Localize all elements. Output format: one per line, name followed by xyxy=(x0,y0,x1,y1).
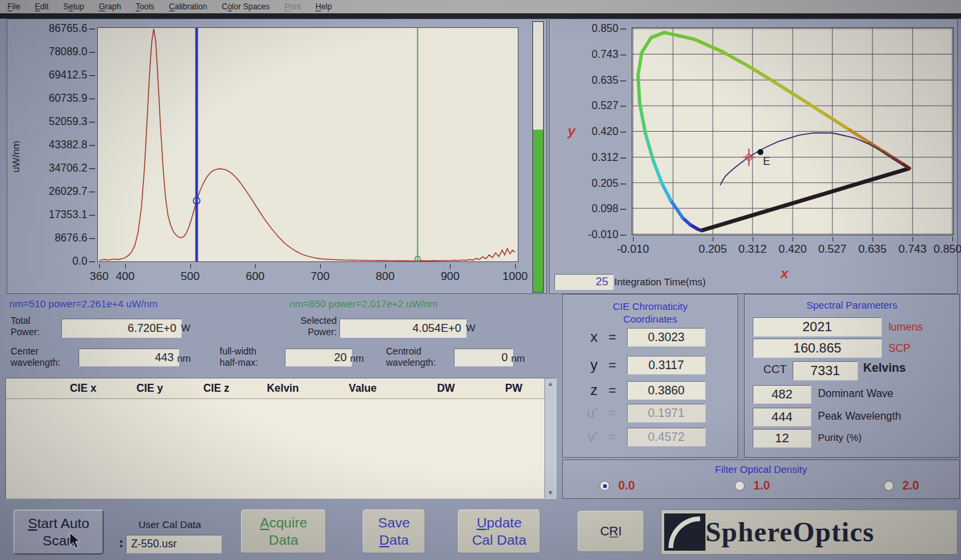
spinner-arrows-icon[interactable]: ▲▼ xyxy=(116,535,126,553)
spectrum-x-tick: 500 xyxy=(181,270,200,283)
filter-od-option-2.0[interactable]: 2.0 xyxy=(884,479,919,493)
spectrum-chart[interactable] xyxy=(97,27,518,262)
centroid-wavelength-label: Centroid wavelength: xyxy=(386,346,436,368)
centroid-wavelength-value: 0 xyxy=(454,349,513,366)
cie-x-tickmark xyxy=(793,237,793,241)
coord-value: 0.3860 xyxy=(627,381,705,400)
cie-coordinates-title: CIE Chromaticity Coordinates xyxy=(563,300,737,325)
radio-icon[interactable] xyxy=(735,481,745,491)
save-data-button[interactable]: Save Data xyxy=(363,509,425,553)
purity-label: Purity (%) xyxy=(818,432,862,443)
menu-graph[interactable]: Graph xyxy=(91,2,128,11)
spectrum-x-tickmark xyxy=(190,264,191,269)
user-cal-data-label: User Cal Data xyxy=(130,519,210,530)
menu-edit[interactable]: Edit xyxy=(27,2,56,11)
menu-print[interactable]: Print xyxy=(277,2,308,11)
menu-tools[interactable]: Tools xyxy=(128,2,162,11)
dominant-wave-value: 482 xyxy=(753,385,811,404)
table-header-dw: DW xyxy=(409,382,482,394)
table-header-kelvin: Kelvin xyxy=(250,382,316,394)
total-power-value: 6.720E+0 xyxy=(61,319,182,338)
cie-panel: y x 0.8500.7430.6350.5270.4200.3120.2050… xyxy=(549,19,958,294)
cursor-readout-blue: nm=510 power=2.261e+4 uW/nm xyxy=(9,298,158,309)
cct-unit: Kelvins xyxy=(863,362,906,374)
filter-od-panel: Filter Optical Density 0.01.02.0 xyxy=(562,460,960,499)
radio-icon[interactable] xyxy=(600,481,610,491)
spectral-parameters-title: Spectral Parameters xyxy=(745,299,959,311)
fwhm-unit: nm xyxy=(350,352,364,364)
lumens-label: lumens xyxy=(888,321,923,333)
menu-help[interactable]: Help xyxy=(308,2,339,11)
radio-icon[interactable] xyxy=(884,481,894,491)
coord-value: 0.4572 xyxy=(627,428,705,446)
acquire-data-button[interactable]: Acquire Data xyxy=(241,509,326,553)
centroid-wavelength-unit: nm xyxy=(511,352,525,364)
scroll-up-icon[interactable]: ▲ xyxy=(545,378,556,389)
center-wavelength-unit: nm xyxy=(177,352,191,364)
cie-chart[interactable]: E xyxy=(632,27,954,235)
peak-wavelength-label: Peak Wavelength xyxy=(818,410,901,422)
table-scrollbar[interactable]: ▲ ▼ xyxy=(544,378,556,498)
filter-od-option-0.0[interactable]: 0.0 xyxy=(600,479,635,493)
coord-value: 0.3023 xyxy=(627,328,705,347)
spectrum-x-tickmark xyxy=(125,264,126,269)
spectrum-x-tick: 1000 xyxy=(502,270,528,283)
spectrum-x-tick: 800 xyxy=(376,270,395,283)
cie-x-tickmark xyxy=(872,237,873,241)
cie-coord-row-z: z=0.3860 xyxy=(563,381,737,400)
radio-label: 1.0 xyxy=(753,479,770,493)
spectrum-x-tick: 400 xyxy=(116,270,134,283)
spectrum-x-tick: 360 xyxy=(90,270,108,283)
menu-file[interactable]: File xyxy=(0,2,27,11)
cri-button[interactable]: CRI xyxy=(578,511,644,552)
user-cal-data-control[interactable]: ▲▼ Z-550.usr xyxy=(116,535,222,553)
spectrum-x-tick: 700 xyxy=(311,270,329,283)
update-cal-data-label-2: Cal Data xyxy=(472,531,526,549)
cie-x-tick: 0.850 xyxy=(934,243,961,256)
cie-x-tick: 0.420 xyxy=(779,243,807,256)
filter-od-title: Filter Optical Density xyxy=(563,463,959,476)
cri-label: CRI xyxy=(600,523,622,540)
menu-color-spaces[interactable]: Color Spaces xyxy=(214,2,277,11)
user-cal-data-value[interactable]: Z-550.usr xyxy=(126,535,222,553)
spectrum-x-tickmark xyxy=(450,264,451,269)
update-cal-data-label-1: Update xyxy=(477,514,522,531)
cct-label: CCT xyxy=(763,364,787,375)
cie-x-tick: 0.635 xyxy=(859,243,887,256)
table-header-pw: PW xyxy=(482,382,545,394)
sphereoptics-logo: SphereOptics xyxy=(661,509,958,555)
cie-x-tick: 0.312 xyxy=(738,243,767,256)
cie-coordinates-panel: CIE Chromaticity Coordinates x=0.3023y=0… xyxy=(562,294,738,458)
peak-wavelength-value: 444 xyxy=(753,408,811,426)
cie-x-tick: -0.010 xyxy=(617,243,649,256)
start-auto-scan-button[interactable]: Start Auto Scan xyxy=(13,509,104,555)
start-auto-scan-label-1: Start Auto xyxy=(28,515,89,532)
integration-time-input[interactable]: 25 xyxy=(554,274,614,290)
cie-coordinates-rows: x=0.3023y=0.3117z=0.3860u'=0.1971v'=0.45… xyxy=(563,327,737,457)
table-header-row: CIE xCIE yCIE zKelvinValueDWPW xyxy=(6,378,545,399)
cie-coord-row-y: y=0.3117 xyxy=(563,356,737,374)
menu-setup[interactable]: Setup xyxy=(56,2,91,11)
measurements-table[interactable]: CIE xCIE yCIE zKelvinValueDWPW ▲ ▼ xyxy=(5,378,556,499)
window-border xyxy=(0,13,961,19)
selected-power-unit: W xyxy=(466,322,475,333)
coord-label: v' xyxy=(563,428,598,446)
scroll-down-icon[interactable]: ▼ xyxy=(545,488,556,498)
spectrum-level-indicator xyxy=(532,21,544,293)
spectrum-x-tick: 900 xyxy=(441,270,459,283)
coord-equals: = xyxy=(598,430,627,445)
menu-calibration[interactable]: Calibration xyxy=(162,2,214,11)
selected-power-label: Selected Power: xyxy=(286,315,337,338)
spectrum-x-tickmark xyxy=(385,264,386,269)
coord-label: x xyxy=(563,329,598,346)
update-cal-data-button[interactable]: Update Cal Data xyxy=(458,509,540,553)
coord-label: u' xyxy=(563,404,598,422)
cie-x-tickmark xyxy=(753,237,753,241)
center-wavelength-value: 443 xyxy=(79,349,179,366)
spectrum-x-tickmark xyxy=(515,264,516,269)
purity-value: 12 xyxy=(753,429,811,448)
scp-value: 160.865 xyxy=(753,339,882,358)
filter-od-option-1.0[interactable]: 1.0 xyxy=(735,479,770,493)
spectrum-x-tickmark xyxy=(320,264,321,269)
radio-label: 2.0 xyxy=(902,479,919,493)
